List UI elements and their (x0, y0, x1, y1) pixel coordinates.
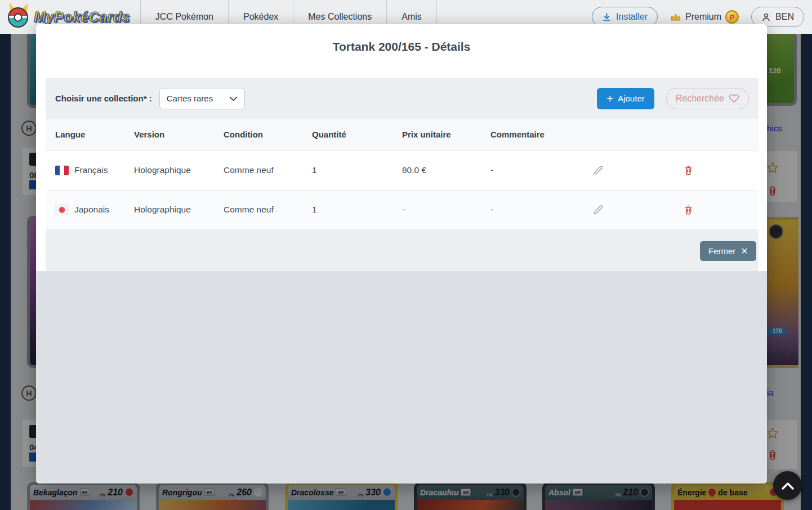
card-copies-table: Langue Version Condition Quantité Prix u… (46, 119, 759, 229)
modal-empty-area (36, 271, 767, 484)
crown-icon (670, 13, 681, 21)
heart-icon (729, 94, 739, 103)
close-label: Fermer (708, 246, 735, 256)
header-commentaire: Commentaire (490, 119, 578, 150)
condition-cell: Comme neuf (224, 150, 312, 190)
install-label: Installer (616, 12, 648, 22)
modal-title: Tortank 200/165 - Détails (36, 24, 767, 54)
table-header-row: Langue Version Condition Quantité Prix u… (46, 119, 759, 150)
table-row: Français Holographique Comme neuf 1 80.0… (46, 150, 759, 190)
quantity-cell: 1 (312, 190, 402, 229)
premium-button[interactable]: Premium P (670, 10, 739, 24)
collection-label: Choisir une collection* : (55, 94, 152, 103)
download-icon (602, 12, 612, 22)
header-version: Version (134, 119, 224, 150)
site-logo-text: MyPokéCards (34, 9, 130, 25)
premium-label: Premium (685, 12, 721, 22)
quantity-cell: 1 (312, 150, 402, 190)
modal-footer: Fermer × (46, 229, 759, 272)
collection-select-value: Cartes rares (167, 94, 213, 103)
language-label: Français (74, 165, 108, 175)
edit-pencil-icon[interactable] (590, 201, 606, 218)
chevron-up-icon (780, 481, 796, 491)
collection-toolbar: Choisir une collection* : Cartes rares +… (46, 78, 759, 119)
japan-flag-icon (55, 205, 69, 215)
add-label: Ajouter (618, 94, 645, 103)
comment-cell: - (490, 150, 578, 190)
header-langue: Langue (46, 119, 134, 150)
user-name: BEN (775, 12, 794, 22)
header-prix: Prix unitaire (402, 119, 490, 150)
comment-cell: - (490, 190, 578, 229)
unit-price-cell: - (402, 190, 490, 229)
plus-icon: + (606, 92, 613, 104)
collection-select[interactable]: Cartes rares (159, 88, 245, 109)
pokeball-logo-icon (8, 6, 29, 28)
add-button[interactable]: + Ajouter (597, 88, 654, 109)
delete-trash-icon[interactable] (681, 202, 696, 218)
close-icon: × (741, 245, 748, 256)
chevron-down-icon (229, 96, 238, 101)
unit-price-cell: 80.0 € (402, 150, 490, 190)
header-condition: Condition (224, 119, 312, 150)
condition-cell: Comme neuf (224, 190, 312, 229)
version-cell: Holographique (134, 150, 224, 190)
language-label: Japonais (74, 205, 109, 215)
card-details-modal: Tortank 200/165 - Détails Choisir une co… (36, 24, 767, 484)
wanted-button[interactable]: Recherchée (666, 88, 749, 109)
scroll-to-top-button[interactable] (773, 471, 802, 500)
delete-trash-icon[interactable] (681, 162, 696, 178)
modal-panel: Choisir une collection* : Cartes rares +… (46, 78, 759, 271)
close-button[interactable]: Fermer × (700, 241, 756, 261)
poke-coin-icon: P (725, 10, 739, 24)
table-row: Japonais Holographique Comme neuf 1 - - (46, 190, 759, 229)
wanted-label: Recherchée (676, 94, 724, 104)
person-icon (761, 12, 771, 22)
edit-pencil-icon[interactable] (590, 162, 606, 179)
version-cell: Holographique (134, 190, 224, 229)
header-quantite: Quantité (312, 119, 402, 150)
france-flag-icon (55, 166, 69, 175)
